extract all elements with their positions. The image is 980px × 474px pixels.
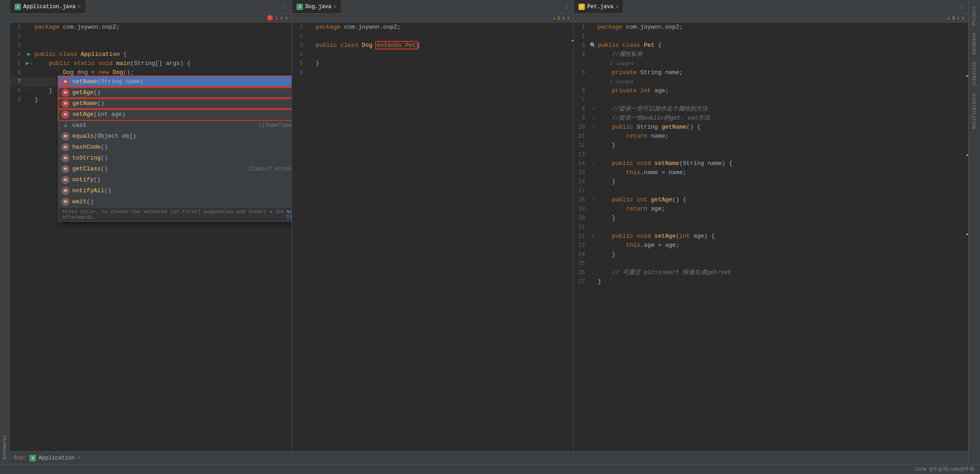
warning-count-2: 1 — [557, 15, 560, 21]
ac-item-getage[interactable]: m getAge() int — [59, 87, 291, 98]
java-file-icon: J — [15, 4, 21, 10]
line-4: 4 ▶ public class Application { — [10, 50, 291, 59]
editor3-scroll[interactable]: 1 package com.joywon.oop2; 2 — [574, 23, 968, 451]
ac-item-hashcode[interactable]: m hashCode() int — [59, 142, 291, 153]
pet-file-icon: J — [578, 4, 585, 10]
impl-gutter-5[interactable]: ○ — [30, 59, 32, 68]
tab3-menu[interactable]: ⋮ — [955, 0, 968, 13]
sidebar-database[interactable]: Database — [971, 30, 978, 57]
lens-icon-3[interactable]: 🔍 — [590, 41, 596, 50]
dog-file-icon: J — [297, 4, 303, 10]
warning-count-3: 3 — [952, 15, 955, 21]
tab1-close[interactable]: × — [78, 4, 81, 10]
nav-up-3[interactable]: ∧ — [957, 15, 960, 21]
nav-up-1[interactable]: ∧ — [280, 15, 283, 21]
error-count: 1 — [275, 15, 278, 21]
editor-dog: J Dog.java × ⋮ ⚠ 1 ∧ ∨ — [292, 0, 574, 451]
editor2-info-bar: ⚠ 1 ∧ ∨ — [292, 14, 573, 23]
ac-item-notifyall[interactable]: m notifyAll() void — [59, 185, 291, 196]
nav-up-2[interactable]: ∧ — [562, 15, 565, 21]
run-gutter-4[interactable]: ▶ — [27, 50, 31, 59]
editor3-tabs: J Pet.java × ⋮ — [574, 0, 968, 14]
run-app-name[interactable]: Application — [39, 455, 75, 461]
ac-item-getname[interactable]: m getName() String — [59, 98, 291, 109]
tab2-close[interactable]: × — [334, 4, 337, 10]
autocomplete-dropdown[interactable]: m setName(String name) void m getAge() i… — [58, 76, 291, 222]
run-label: Run: — [14, 455, 27, 461]
tab3-close[interactable]: × — [616, 4, 619, 10]
tab-pet-java[interactable]: J Pet.java × — [574, 0, 623, 13]
editors-row: J Application.java × ⋮ 🔴 1 ∧ ∨ — [10, 0, 968, 451]
editor-pet: J Pet.java × ⋮ ⚠ 3 ∧ ∨ — [574, 0, 968, 451]
editor1-tabs: J Application.java × ⋮ — [10, 0, 291, 14]
nav-down-1[interactable]: ∨ — [285, 15, 288, 21]
run-bar: Run: J Application × — [10, 451, 968, 464]
left-sidebar: Bookmarks — [0, 0, 10, 464]
editor1-scroll[interactable]: 1 package com.joywon.oop2; 2 — [10, 23, 291, 451]
run-gutter-5[interactable]: ▶ — [26, 59, 30, 68]
tab-application-java[interactable]: J Application.java × — [10, 0, 86, 13]
line-3: 3 — [10, 41, 291, 50]
tab3-name: Pet.java — [587, 4, 613, 10]
bookmarks-label[interactable]: Bookmarks — [2, 435, 7, 459]
ac-item-cast[interactable]: ⊥ cast ((SomeType) expr) — [59, 120, 291, 131]
ac-item-tostring[interactable]: m toString() String — [59, 153, 291, 164]
nav-down-3[interactable]: ∨ — [961, 15, 965, 21]
ac-hint-text: Press Ctrl+. to choose the selected (or … — [62, 209, 286, 220]
ac-next-tip[interactable]: Next Tip — [286, 209, 291, 220]
line-2: 2 — [10, 32, 291, 41]
editor1-info-bar: 🔴 1 ∧ ∨ — [10, 14, 291, 23]
editor2-tabs: J Dog.java × ⋮ — [292, 0, 573, 14]
editors-area: J Application.java × ⋮ 🔴 1 ∧ ∨ — [10, 0, 968, 464]
editor3-code: 1 package com.joywon.oop2; 2 — [574, 23, 968, 286]
editor2-scroll[interactable]: 1 package com.joywon.oop2; 2 — [292, 23, 573, 451]
sidebar-jclasslib[interactable]: jclasslib — [971, 59, 978, 89]
tab2-name: Dog.java — [305, 4, 332, 10]
error-icon: 🔴 — [267, 15, 273, 21]
tab2-menu[interactable]: ⋮ — [560, 0, 573, 13]
ac-item-equals[interactable]: m equals(Object obj) boolean — [59, 131, 291, 142]
editor2-code: 1 package com.joywon.oop2; 2 — [292, 23, 573, 77]
status-bar: CSDN @不会写code的牛哥 — [0, 464, 980, 474]
run-app-icon: J — [30, 455, 36, 461]
warning-icon-3: ⚠ — [947, 15, 950, 21]
warning-icon-2: ⚠ — [553, 15, 556, 21]
run-tab-close[interactable]: × — [77, 455, 80, 461]
ac-hint-bar: Press Ctrl+. to choose the selected (or … — [59, 207, 291, 221]
nav-down-2[interactable]: ∨ — [567, 15, 570, 21]
status-text: CSDN @不会写code的牛哥 — [915, 466, 975, 473]
editor3-info-bar: ⚠ 3 ∧ ∨ — [574, 14, 968, 23]
ac-item-notify[interactable]: m notify() void — [59, 175, 291, 185]
tab1-menu[interactable]: ⋮ — [278, 0, 291, 13]
ac-item-wait[interactable]: m wait() void — [59, 196, 291, 207]
sidebar-notifications[interactable]: Notifications — [971, 91, 978, 132]
ac-item-setage[interactable]: m setAge(int age) void — [59, 109, 291, 120]
main-layout: Bookmarks J Application.java × ⋮ — [0, 0, 980, 464]
line-1: 1 package com.joywon.oop2; — [10, 23, 291, 32]
app-container: Bookmarks J Application.java × ⋮ — [0, 0, 980, 474]
right-sidebar: Project Database jclasslib Notifications — [968, 0, 980, 464]
breakpoint-gutter-8[interactable]: ○ — [28, 86, 30, 95]
tab-dog-java[interactable]: J Dog.java × — [292, 0, 342, 13]
ac-item-setname[interactable]: m setName(String name) void — [59, 76, 291, 87]
tab1-name: Application.java — [23, 4, 75, 10]
ac-item-getclass[interactable]: m getClass() Class<? extends Dog> — [59, 164, 291, 175]
line-5: 5 ▶ ○ public static void main(String[] a… — [10, 59, 291, 68]
editor-application: J Application.java × ⋮ 🔴 1 ∧ ∨ — [10, 0, 292, 451]
sidebar-project[interactable]: Project — [971, 4, 978, 28]
